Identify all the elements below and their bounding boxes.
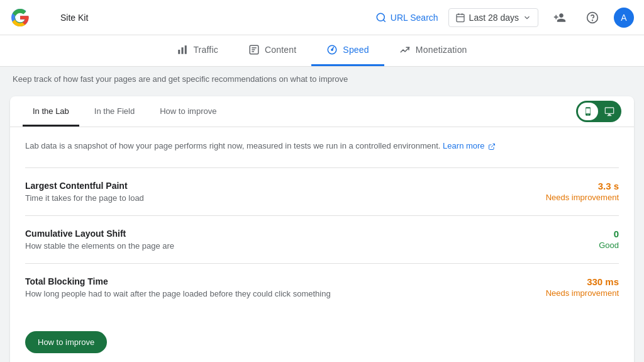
card-tab-lab[interactable]: In the Lab (23, 96, 79, 127)
svg-rect-1 (457, 14, 464, 21)
url-search-label: URL Search (391, 13, 438, 23)
date-range-picker[interactable]: Last 28 days (448, 8, 538, 27)
desktop-monitor-icon (604, 106, 614, 116)
tab-traffic[interactable]: Traffic (162, 35, 233, 66)
tab-speed[interactable]: Speed (311, 35, 384, 66)
avatar-letter: A (621, 13, 626, 23)
user-avatar[interactable]: A (614, 8, 634, 28)
help-button[interactable] (581, 6, 604, 29)
metric-desc-lcp: Time it takes for the page to load (25, 193, 546, 203)
learn-more-link[interactable]: Learn more (443, 141, 496, 150)
metric-desc-cls: How stable the elements on the page are (25, 241, 599, 251)
card-body: Lab data is a snapshot of how your page … (10, 127, 634, 362)
person-add-icon (553, 11, 566, 24)
nav-tabs: Traffic Content Speed Monetization (0, 35, 644, 67)
google-g-color-icon (10, 8, 30, 28)
tab-content[interactable]: Content (233, 35, 311, 66)
external-link-icon (488, 143, 496, 150)
desktop-toggle-button[interactable] (599, 103, 619, 120)
chevron-down-icon (523, 13, 531, 22)
metric-value-area-tbt: 330 ms Needs improvement (546, 276, 619, 298)
site-kit-logo-text: Site Kit (60, 13, 88, 23)
lab-info-text: Lab data is a snapshot of how your page … (25, 140, 619, 152)
metric-desc-tbt: How long people had to wait after the pa… (25, 289, 546, 298)
metric-info-tbt: Total Blocking Time How long people had … (25, 276, 546, 298)
content-doc-icon (248, 44, 260, 55)
metric-status-lcp: Needs improvement (546, 193, 619, 202)
svg-rect-5 (182, 47, 184, 54)
metric-name-lcp: Largest Contentful Paint (25, 181, 546, 191)
svg-line-10 (491, 144, 495, 147)
metric-value-cls: 0 (599, 229, 619, 239)
svg-point-3 (592, 20, 593, 20)
metric-info-cls: Cumulative Layout Shift How stable the e… (25, 229, 599, 251)
speed-gauge-icon (326, 44, 338, 55)
card-tab-improve[interactable]: How to improve (150, 96, 226, 127)
tab-monetization-label: Monetization (416, 45, 467, 55)
add-user-button[interactable] (548, 6, 571, 29)
svg-rect-6 (185, 45, 187, 54)
speed-card: In the Lab In the Field How to improve (10, 96, 634, 362)
page-subtitle: Keep track of how fast your pages are an… (0, 67, 644, 91)
svg-rect-4 (179, 50, 180, 54)
toggle-switch[interactable] (576, 101, 621, 122)
card-tabs: In the Lab In the Field How to improve (10, 96, 634, 127)
mobile-phone-icon (583, 106, 593, 116)
date-range-label: Last 28 days (469, 13, 519, 23)
logo-area: Site Kit (10, 8, 88, 28)
metric-value-area-lcp: 3.3 s Needs improvement (546, 181, 619, 202)
tab-monetization[interactable]: Monetization (384, 35, 482, 66)
mobile-toggle-button[interactable] (578, 103, 598, 120)
metric-row-cls: Cumulative Layout Shift How stable the e… (25, 215, 619, 263)
metric-status-tbt: Needs improvement (546, 288, 619, 298)
header-right: URL Search Last 28 days A (375, 6, 634, 29)
how-to-improve-container: How to improve (25, 311, 619, 361)
card-tab-field[interactable]: In the Field (84, 96, 145, 127)
metric-status-cls: Good (599, 240, 619, 250)
device-toggle[interactable] (576, 101, 621, 122)
traffic-bar-icon (177, 44, 188, 55)
metric-row-lcp: Largest Contentful Paint Time it takes f… (25, 167, 619, 215)
url-search-button[interactable]: URL Search (375, 12, 438, 23)
metric-value-area-cls: 0 Good (599, 229, 619, 250)
tab-content-label: Content (265, 45, 296, 55)
calendar-icon (455, 13, 465, 23)
search-icon (375, 12, 387, 23)
how-to-improve-button[interactable]: How to improve (25, 331, 107, 353)
metric-info-lcp: Largest Contentful Paint Time it takes f… (25, 181, 546, 203)
monetization-trend-icon (399, 44, 411, 55)
metric-value-tbt: 330 ms (546, 276, 619, 287)
svg-point-0 (377, 13, 384, 21)
header: Site Kit URL Search Last 28 days (0, 0, 644, 35)
svg-point-9 (331, 49, 333, 50)
tab-traffic-label: Traffic (193, 45, 218, 55)
metric-row-tbt: Total Blocking Time How long people had … (25, 263, 619, 311)
help-circle-icon (586, 11, 599, 24)
tab-speed-label: Speed (343, 45, 369, 55)
metric-value-lcp: 3.3 s (546, 181, 619, 191)
metric-name-tbt: Total Blocking Time (25, 276, 546, 286)
metric-name-cls: Cumulative Layout Shift (25, 229, 599, 239)
